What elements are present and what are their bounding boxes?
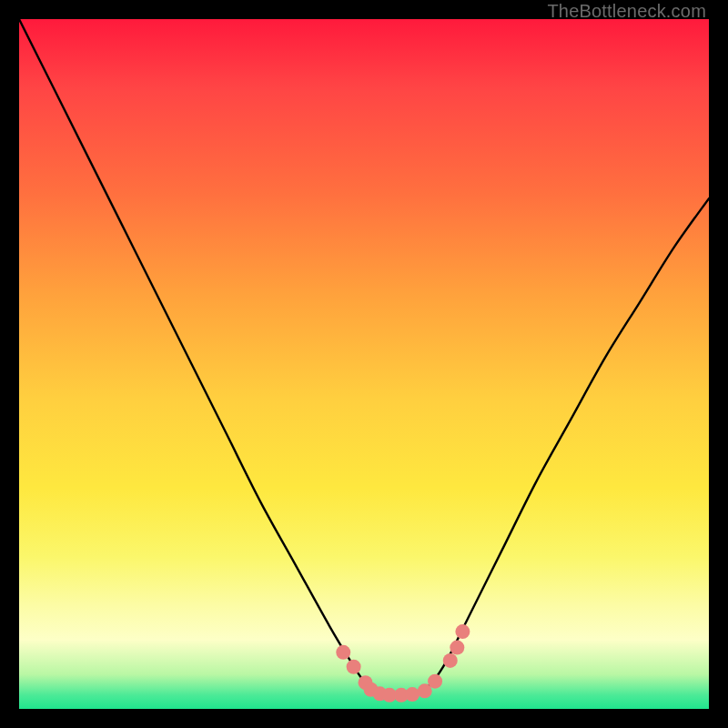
- curve-marker: [336, 645, 350, 660]
- attribution-label: TheBottleneck.com: [547, 1, 706, 22]
- curve-marker: [450, 641, 464, 655]
- curve-marker: [455, 624, 470, 639]
- curve-layer: [19, 19, 709, 709]
- bottleneck-curve-path: [19, 19, 709, 695]
- curve-markers: [336, 624, 470, 703]
- chart-frame: TheBottleneck.com: [0, 0, 728, 728]
- curve-marker: [347, 660, 361, 674]
- curve-marker: [443, 653, 458, 668]
- plot-area: [19, 19, 709, 709]
- curve-marker: [405, 687, 420, 702]
- curve-marker: [428, 674, 442, 689]
- bottleneck-curve: [19, 19, 709, 695]
